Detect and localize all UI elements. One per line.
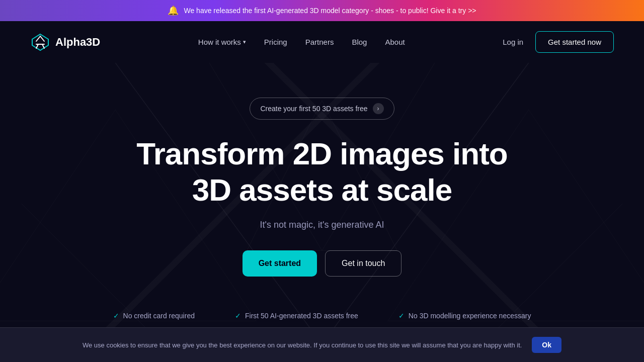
get-started-nav-button[interactable]: Get started now [535,31,614,53]
feature-no-experience: ✓ No 3D modelling experience necessary [398,312,531,320]
announcement-text: We have released the first AI-generated … [184,7,476,15]
login-link[interactable]: Log in [503,38,523,46]
logo[interactable]: Alpha3D [30,32,100,52]
get-started-button[interactable]: Get started [243,250,317,277]
hero-section: Create your first 50 3D assets free › Tr… [0,63,644,344]
announcement-banner[interactable]: 🔔 We have released the first AI-generate… [0,0,644,21]
nav-about[interactable]: About [385,38,405,46]
logo-icon [30,32,50,52]
navigation: Alpha3D How it works ▾ Pricing Partners … [0,21,644,63]
svg-line-4 [22,204,163,344]
chevron-down-icon: ▾ [243,39,246,45]
get-in-touch-button[interactable]: Get in touch [325,250,401,277]
hero-badge-text: Create your first 50 3D assets free [260,105,367,113]
check-icon-2: ✓ [235,312,241,320]
cookie-ok-button[interactable]: Ok [532,337,561,353]
nav-partners[interactable]: Partners [305,38,334,46]
svg-line-5 [481,204,622,344]
feature-bullets: ✓ No credit card required ✓ First 50 AI-… [113,312,531,320]
hero-subheading: It's not magic, it's generative AI [260,220,384,230]
nav-right: Log in Get started now [503,31,614,53]
feature-text-1: No credit card required [123,312,195,320]
nav-blog[interactable]: Blog [352,38,367,46]
cookie-text: We use cookies to ensure that we give yo… [83,341,522,349]
nav-links: How it works ▾ Pricing Partners Blog Abo… [198,38,405,47]
nav-how-it-works[interactable]: How it works ▾ [198,38,246,46]
feature-text-2: First 50 AI-generated 3D assets free [245,312,358,320]
bell-icon: 🔔 [168,5,179,16]
hero-badge[interactable]: Create your first 50 3D assets free › [250,98,394,120]
arrow-right-icon: › [373,103,384,114]
hero-heading: Transform 2D images into 3D assets at sc… [136,136,507,208]
feature-no-credit-card: ✓ No credit card required [113,312,195,320]
check-icon-3: ✓ [398,312,405,320]
nav-pricing[interactable]: Pricing [264,38,287,46]
feature-text-3: No 3D modelling experience necessary [409,312,531,320]
check-icon-1: ✓ [113,312,119,320]
cookie-banner: We use cookies to ensure that we give yo… [0,327,644,362]
logo-text: Alpha3D [55,36,100,49]
hero-buttons: Get started Get in touch [243,250,402,277]
feature-50-assets: ✓ First 50 AI-generated 3D assets free [235,312,358,320]
